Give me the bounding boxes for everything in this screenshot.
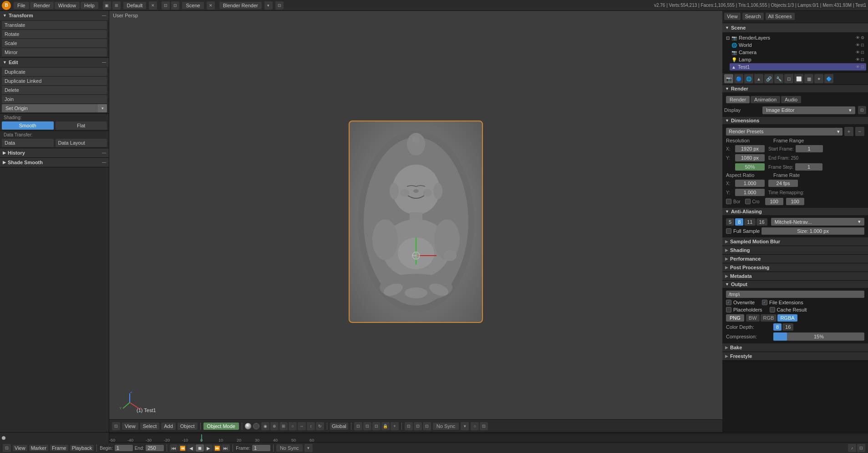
delete-btn[interactable]: Delete bbox=[2, 86, 107, 94]
outliner-item-test1[interactable]: ▲ Test1 👁 ⊡ bbox=[730, 63, 866, 70]
step-back-btn[interactable]: ⏪ bbox=[178, 444, 187, 452]
size-field[interactable]: Size: 1.000 px bbox=[761, 227, 864, 235]
add-btn[interactable]: Add bbox=[161, 423, 176, 430]
translate-btn[interactable]: Translate bbox=[2, 21, 107, 29]
layer-icon3[interactable]: ⊡ bbox=[372, 422, 381, 430]
world-props-icon[interactable]: 🌐 bbox=[744, 74, 753, 83]
data-btn[interactable]: Data bbox=[2, 139, 54, 147]
scene-icon2[interactable]: ⊡ bbox=[171, 1, 179, 10]
screen-icon2[interactable]: ⊞ bbox=[112, 1, 121, 10]
freestyle-header[interactable]: ▶ Freestyle bbox=[722, 352, 868, 361]
view-timeline-btn[interactable]: View bbox=[13, 445, 27, 451]
scene-props-icon[interactable]: 🔵 bbox=[734, 74, 743, 83]
scene-icon1[interactable]: ⊡ bbox=[162, 1, 170, 10]
duplicate-linked-btn[interactable]: Duplicate Linked bbox=[2, 77, 107, 85]
play-reverse-btn[interactable]: ◀ bbox=[187, 444, 195, 452]
layout-icon[interactable]: ✕ bbox=[149, 1, 157, 10]
engine-arrow-icon[interactable]: ▾ bbox=[264, 1, 273, 10]
timeline-render-icon[interactable]: ⊡ bbox=[857, 444, 865, 452]
lamp-render-icon[interactable]: ⊡ bbox=[861, 57, 864, 62]
shade-smooth-header[interactable]: ▶ Shade Smooth — bbox=[0, 158, 109, 167]
res-x-field[interactable]: 1920 px bbox=[735, 145, 765, 152]
set-origin-select[interactable]: Set Origin ▾ bbox=[2, 104, 107, 112]
particles-props-icon[interactable]: ✦ bbox=[814, 74, 823, 83]
overwrite-cb[interactable] bbox=[726, 300, 731, 305]
transform-header[interactable]: ▼ Transform — bbox=[0, 11, 109, 20]
stop-btn[interactable]: ⏹ bbox=[196, 444, 204, 452]
viewport-shading-wire[interactable] bbox=[253, 423, 259, 429]
manip-icon3[interactable]: ↻ bbox=[316, 422, 324, 430]
asp-x-field[interactable]: 1.000 bbox=[735, 180, 765, 187]
world-vis-icon[interactable]: 👁 bbox=[856, 43, 860, 47]
full-sample-cb[interactable] bbox=[726, 228, 731, 234]
object-btn[interactable]: Object bbox=[178, 423, 198, 430]
aa-8-btn[interactable]: 8 bbox=[735, 218, 743, 226]
pivot-icon[interactable]: ⊕ bbox=[270, 422, 279, 430]
aa-5-btn[interactable]: 5 bbox=[726, 218, 734, 226]
png-format-btn[interactable]: PNG bbox=[726, 314, 744, 322]
engine-label[interactable]: Blender Render bbox=[219, 2, 262, 9]
nosync-dropdown[interactable]: ▾ bbox=[461, 422, 469, 430]
modifier-props-icon[interactable]: 🔧 bbox=[774, 74, 783, 83]
physics-props-icon[interactable]: 🔷 bbox=[824, 74, 833, 83]
start-frame-field[interactable]: 1 bbox=[796, 145, 823, 152]
jump-start-btn[interactable]: ⏮ bbox=[170, 444, 178, 452]
grid-icon[interactable]: ⊞ bbox=[279, 422, 288, 430]
presets-remove-icon[interactable]: − bbox=[855, 127, 864, 136]
layer-icon2[interactable]: ⊡ bbox=[363, 422, 371, 430]
file-ext-cb[interactable] bbox=[762, 300, 767, 305]
view-tab[interactable]: View bbox=[724, 13, 741, 20]
render-icon2[interactable]: ⊡ bbox=[414, 422, 422, 430]
smooth-btn[interactable]: Smooth bbox=[2, 121, 54, 130]
render-section-header[interactable]: ▼ Render bbox=[722, 85, 868, 92]
aa-11-btn[interactable]: 11 bbox=[744, 218, 755, 226]
timeline-area[interactable]: -50 -40 -30 -20 -10 0 10 20 30 40 50 60 bbox=[0, 433, 868, 443]
motion-blur-header[interactable]: ▶ Sampled Motion Blur bbox=[722, 237, 868, 246]
asp-y-field[interactable]: 1.000 bbox=[735, 189, 765, 196]
output-path-input[interactable] bbox=[726, 291, 864, 298]
current-frame-input[interactable] bbox=[252, 445, 270, 451]
prop-edit-icon[interactable]: ○ bbox=[289, 422, 297, 430]
timeline-ruler[interactable]: -50 -40 -30 -20 -10 0 10 20 30 40 50 60 bbox=[109, 434, 868, 442]
all-scenes-tab[interactable]: All Scenes bbox=[766, 13, 795, 20]
history-collapse[interactable]: — bbox=[102, 151, 106, 155]
frame-step-field[interactable]: 1 bbox=[795, 163, 822, 171]
viewport[interactable]: User Persp bbox=[109, 11, 722, 432]
transform-collapse[interactable]: — bbox=[102, 13, 106, 18]
bake-header[interactable]: ▶ Bake bbox=[722, 343, 868, 352]
menu-render[interactable]: Render bbox=[30, 2, 54, 9]
timeline-audio-icon[interactable]: ♪ bbox=[848, 444, 856, 452]
scene-header[interactable]: ▼ Scene bbox=[722, 23, 868, 32]
constraint-props-icon[interactable]: 🔗 bbox=[764, 74, 773, 83]
edit-header[interactable]: ▼ Edit — bbox=[0, 58, 109, 67]
aa-filter-dropdown[interactable]: Mitchell-Netrav... ▾ bbox=[771, 218, 864, 226]
audio-btn[interactable]: Audio bbox=[781, 96, 801, 103]
object-props-icon[interactable]: ▲ bbox=[754, 74, 763, 83]
cro-cb[interactable] bbox=[745, 199, 751, 204]
extra-icon1[interactable]: ○ bbox=[471, 422, 479, 430]
jump-end-btn[interactable]: ⏭ bbox=[222, 444, 230, 452]
join-btn[interactable]: Join bbox=[2, 95, 107, 103]
manip-icon2[interactable]: ↕ bbox=[307, 422, 315, 430]
playback-btn[interactable]: Playback bbox=[70, 445, 94, 451]
engine-icon2[interactable]: ⊡ bbox=[275, 1, 284, 10]
orientation-dropdown[interactable]: Global bbox=[330, 423, 348, 430]
view-btn[interactable]: View bbox=[122, 423, 138, 430]
res-y-field[interactable]: 1080 px bbox=[735, 154, 765, 161]
shade-smooth-collapse[interactable]: — bbox=[102, 160, 106, 165]
post-processing-header[interactable]: ▶ Post Processing bbox=[722, 263, 868, 272]
outliner-item-renderlayers[interactable]: ⊡ 📷 RenderLayers 👁 ⚙ bbox=[724, 34, 866, 41]
remap-old-field[interactable]: 100 bbox=[765, 198, 783, 205]
test1-vis-icon[interactable]: 👁 bbox=[856, 65, 860, 69]
flat-btn[interactable]: Flat bbox=[56, 121, 107, 130]
frame-btn[interactable]: Frame bbox=[50, 445, 68, 451]
lock-icon[interactable]: 🔒 bbox=[381, 422, 390, 430]
res-pct-field[interactable]: 50% bbox=[735, 163, 765, 171]
placeholders-cb[interactable] bbox=[726, 307, 731, 312]
lamp-vis-icon[interactable]: 👁 bbox=[856, 57, 860, 62]
step-fwd-btn[interactable]: ⏩ bbox=[213, 444, 221, 452]
snap-icon[interactable]: ◉ bbox=[261, 422, 269, 430]
data-layout-btn[interactable]: Data Layout bbox=[56, 139, 107, 147]
dimensions-header[interactable]: ▼ Dimensions bbox=[722, 117, 868, 124]
rgba-color-btn[interactable]: RGBA bbox=[777, 314, 797, 322]
